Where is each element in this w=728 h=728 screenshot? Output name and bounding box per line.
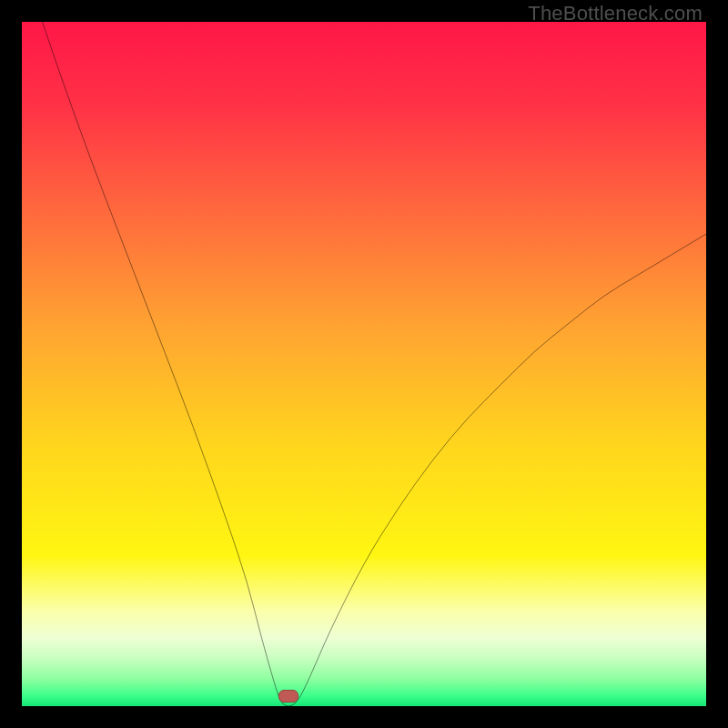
watermark-text: TheBottleneck.com [528, 2, 703, 25]
bottleneck-curve [22, 22, 706, 706]
plot-area [22, 22, 706, 706]
chart-frame: TheBottleneck.com [0, 0, 728, 728]
optimal-marker [278, 690, 298, 703]
